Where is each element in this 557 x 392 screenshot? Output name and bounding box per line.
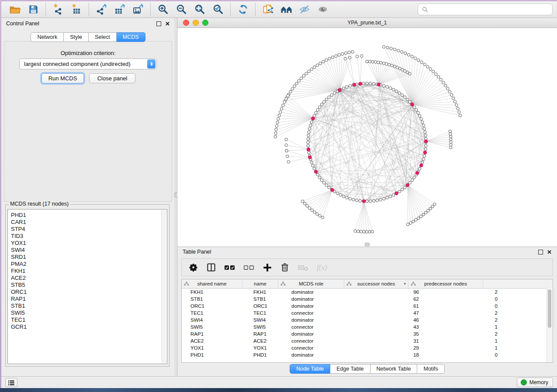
mcds-result-item[interactable]: SWI4 (11, 247, 167, 254)
refresh-layout-button[interactable] (234, 3, 252, 17)
export-table-button[interactable] (111, 3, 129, 17)
graph-node[interactable] (422, 124, 425, 127)
graph-node[interactable] (274, 135, 277, 138)
mcds-result-item[interactable]: SWI5 (11, 309, 167, 316)
mcds-result-item[interactable]: TID3 (11, 233, 167, 240)
graph-node[interactable] (274, 132, 277, 134)
mcds-result-item[interactable]: ACE2 (11, 275, 167, 282)
zoom-fit-button[interactable] (190, 3, 209, 17)
mcds-result-item[interactable]: STP4 (11, 226, 167, 233)
graph-node[interactable] (450, 143, 452, 146)
graph-node[interactable] (424, 148, 427, 150)
graph-node[interactable] (323, 181, 325, 184)
graph-dominator-node[interactable] (411, 103, 414, 106)
graph-node[interactable] (303, 202, 306, 205)
graph-node[interactable] (389, 87, 391, 89)
graph-node[interactable] (422, 158, 425, 161)
import-network-button[interactable] (49, 3, 67, 17)
graph-node[interactable] (427, 209, 429, 212)
graph-node[interactable] (318, 176, 321, 179)
graph-node[interactable] (398, 190, 401, 193)
graph-node[interactable] (383, 84, 385, 87)
graph-node[interactable] (450, 138, 452, 141)
graph-dominator-node[interactable] (331, 188, 334, 192)
graph-node[interactable] (369, 200, 372, 203)
table-row-RAP1[interactable]: RAP1RAP1dominator352 (182, 330, 553, 337)
graph-node[interactable] (276, 121, 279, 124)
graph-node[interactable] (283, 101, 286, 103)
graph-node[interactable] (448, 90, 451, 93)
graph-node[interactable] (411, 179, 413, 182)
graph-node[interactable] (450, 141, 452, 143)
graph-node[interactable] (342, 195, 345, 198)
mcds-result-item[interactable]: STB5 (11, 282, 167, 289)
graph-node[interactable] (408, 181, 411, 184)
graph-node[interactable] (415, 109, 418, 111)
select-all-rows-button[interactable] (221, 261, 239, 275)
graph-node[interactable] (401, 188, 403, 191)
graph-node[interactable] (325, 98, 328, 101)
graph-node[interactable] (449, 146, 452, 149)
graph-node[interactable] (357, 230, 360, 233)
tab-network-table[interactable]: Network Table (370, 364, 418, 374)
table-row-ORC1[interactable]: ORC1ORC1dominator610 (182, 303, 553, 309)
graph-node[interactable] (346, 86, 348, 88)
network-graph[interactable] (177, 28, 557, 247)
graph-node[interactable] (310, 68, 313, 70)
graph-node[interactable] (356, 55, 358, 58)
delete-column-button[interactable] (277, 261, 293, 275)
graph-node[interactable] (323, 100, 325, 103)
graph-node[interactable] (422, 213, 425, 216)
graph-node[interactable] (366, 200, 368, 203)
graph-node[interactable] (393, 48, 396, 51)
graph-node[interactable] (348, 56, 351, 59)
graph-node[interactable] (379, 198, 382, 201)
graph-node[interactable] (308, 151, 310, 154)
graph-node[interactable] (282, 104, 284, 107)
graph-node[interactable] (305, 72, 308, 75)
graph-node[interactable] (280, 107, 283, 110)
mcds-result-item[interactable]: CAR1 (11, 219, 167, 226)
graph-dominator-node[interactable] (359, 82, 362, 86)
graph-node[interactable] (425, 144, 427, 147)
graph-node[interactable] (310, 161, 313, 164)
graph-node[interactable] (457, 107, 459, 110)
graph-dominator-node[interactable] (406, 183, 409, 187)
mcds-result-list[interactable]: PHD1CAR1STP4TID3YOX1SWI4SRD1PMA2FKH1ACE2… (7, 209, 167, 364)
graph-node[interactable] (291, 87, 294, 90)
graph-node[interactable] (397, 49, 399, 52)
graph-node[interactable] (366, 82, 368, 85)
graph-node[interactable] (411, 55, 413, 58)
table-scrollbar[interactable] (547, 288, 553, 362)
mcds-result-item[interactable]: ORC1 (11, 289, 167, 296)
graph-node[interactable] (395, 90, 398, 93)
graph-node[interactable] (316, 173, 319, 176)
graph-node[interactable] (341, 52, 344, 55)
table-row-SWI4[interactable]: SWI4SWI4dominator462 (182, 316, 553, 323)
graph-node[interactable] (311, 164, 314, 167)
first-neighbors-button[interactable] (277, 3, 295, 17)
column-header-successor-nodes[interactable]: successor nodes▾ (344, 279, 408, 288)
graph-node[interactable] (313, 66, 316, 69)
graph-node[interactable] (396, 66, 398, 69)
column-header-name[interactable]: name (242, 279, 278, 288)
graph-node[interactable] (330, 94, 333, 96)
zoom-out-button[interactable] (172, 3, 190, 17)
table-row-TEC1[interactable]: TEC1TEC1connector472 (182, 309, 553, 316)
graph-node[interactable] (372, 83, 375, 85)
close-table-panel-icon[interactable]: ✕ (547, 250, 552, 254)
mcds-result-item[interactable]: SRD1 (11, 254, 167, 261)
graph-node[interactable] (360, 55, 363, 57)
save-session-button[interactable] (24, 3, 42, 17)
tab-mcds[interactable]: MCDS (117, 32, 145, 42)
graph-node[interactable] (418, 167, 421, 170)
graph-node[interactable] (377, 61, 380, 64)
column-header-MCDS-role[interactable]: MCDS role (278, 279, 344, 288)
tab-network[interactable]: Network (31, 32, 64, 42)
graph-node[interactable] (285, 149, 288, 152)
graph-node[interactable] (307, 144, 309, 147)
graph-node[interactable] (400, 51, 403, 53)
table-row-PHD1[interactable]: PHD1PHD1dominator180 (182, 351, 553, 358)
graph-node[interactable] (432, 70, 434, 73)
copy-network-button[interactable] (259, 3, 277, 17)
